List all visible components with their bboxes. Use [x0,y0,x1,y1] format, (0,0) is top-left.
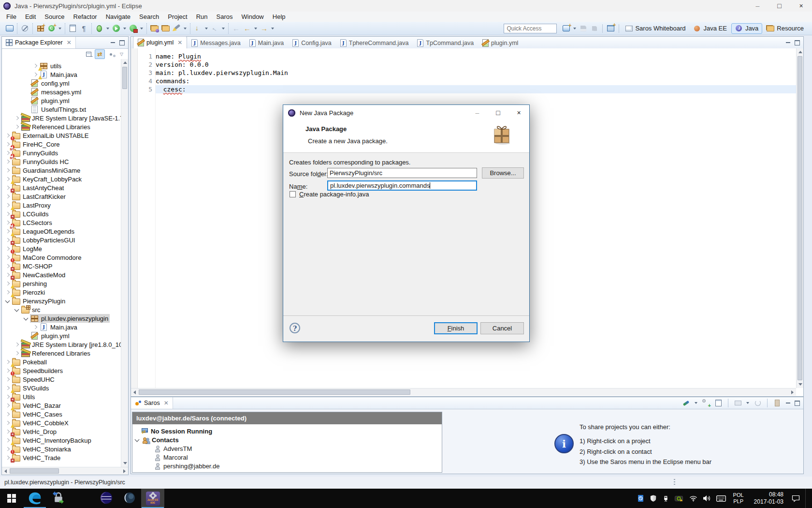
new-class-icon[interactable] [46,23,57,33]
close-icon[interactable]: ✕ [177,39,182,46]
save-icon[interactable] [578,23,588,33]
perspective-java-ee[interactable]: Java EE [690,24,730,33]
shield-tray-icon[interactable] [650,494,657,502]
collapse-all-icon[interactable] [84,50,93,59]
tree-item[interactable]: Pierozki [2,288,121,297]
tree-item[interactable]: pershing [2,279,121,288]
saros-contacts-node[interactable]: Contacts [132,435,442,444]
dropdown-caret-icon[interactable] [140,28,143,30]
collapsed-twisty-icon[interactable] [4,193,12,200]
tree-item[interactable]: ×LastAntyCheat [2,183,121,192]
nvidia-tray-icon[interactable]: ! [675,495,684,502]
action-center-icon[interactable] [792,495,800,502]
start-button[interactable] [0,489,23,508]
contact-item[interactable]: Marcoral [132,453,442,462]
editor-tab-Messages.java[interactable]: JMessages.java [187,37,245,48]
perspective-resource[interactable]: Resource [763,24,807,33]
taskbar-clock[interactable]: 08:48 2017-01-03 [751,491,786,506]
tree-item[interactable]: JMain.java [2,323,121,331]
tree-item[interactable]: Referenced Libraries [2,122,121,131]
menu-help[interactable]: Help [268,12,290,21]
tree-item[interactable]: VetHC_InventoryBackup [2,436,121,445]
tree-item[interactable]: !FireHC_Core [2,140,121,149]
dropdown-caret-icon[interactable] [106,28,109,30]
menu-window[interactable]: Window [237,12,268,21]
help-button[interactable]: ? [290,323,300,333]
saros-minimize-button[interactable] [784,399,792,407]
tree-item[interactable]: src [2,305,121,314]
tree-item[interactable]: ×LobbyParticlesGUI [2,236,121,244]
focus-icon[interactable] [106,50,116,59]
editor-tab-TpCommand.java[interactable]: JTpCommand.java [413,37,478,48]
quick-access-input[interactable] [504,24,557,33]
dropdown-caret-icon[interactable] [573,28,576,30]
dropdown-caret-icon[interactable] [205,28,208,30]
minimize-button[interactable]: – [747,0,768,12]
tree-item[interactable]: !LCSectors [2,218,121,227]
tree-item[interactable]: ×VetHC_Trade [2,453,121,462]
tree-item[interactable]: JRE System Library [jre1.8.0_101] [2,340,121,349]
pilcrow-icon[interactable] [79,23,89,33]
tree-item[interactable]: ×Utils [2,392,121,401]
usb-tray-icon[interactable] [662,494,669,502]
taskbar-app-javaee[interactable]: Java EEIDE [141,489,164,508]
expanded-twisty-icon[interactable] [13,306,21,314]
dropdown-caret-icon[interactable] [58,28,61,30]
menu-edit[interactable]: Edit [21,12,40,21]
saros-session-status[interactable]: No Session Running [132,427,442,435]
close-icon[interactable]: ✕ [67,39,72,46]
tree-item[interactable]: messages.yml [2,88,121,96]
editor-vertical-scrollbar[interactable] [796,48,803,388]
tree-item[interactable]: ×MC-SHOP [2,262,121,270]
tree-item[interactable]: utils [2,61,121,70]
keyboard-tray-icon[interactable] [716,495,726,502]
collapsed-twisty-icon[interactable] [4,410,12,418]
open-perspective-icon[interactable] [606,23,616,33]
view-minimize-button[interactable] [109,39,116,46]
flashlight-icon[interactable] [172,23,182,33]
tree-item[interactable]: !MFunnyGuilds [2,149,121,157]
dropdown-caret-icon[interactable] [695,402,697,404]
language-indicator[interactable]: POL PLP [731,492,746,505]
explorer-vertical-scrollbar[interactable] [121,59,128,467]
tree-item[interactable]: Pokeball [2,358,121,366]
tree-item[interactable]: LastProxy [2,201,121,209]
perspective-saros-whiteboard[interactable]: Saros Whiteboard [622,24,689,33]
collapsed-twisty-icon[interactable] [31,323,39,331]
create-package-info-checkbox[interactable] [290,191,296,197]
tree-item[interactable]: GuardiansMiniGame [2,166,121,175]
new-wizard-icon[interactable] [4,23,14,33]
open-folder-icon[interactable] [160,23,171,33]
collapsed-twisty-icon[interactable] [13,341,21,348]
editor-tab-plugin.yml[interactable]: plugin.yml✕ [133,36,187,49]
debug-icon[interactable] [94,23,104,33]
tree-item[interactable]: !ExternalLib UNSTABLE [2,131,121,140]
tree-item[interactable]: VetHC_Bazar [2,401,121,410]
wifi-tray-icon[interactable] [689,495,697,502]
door-gray-icon[interactable] [772,398,782,408]
tree-item[interactable]: ×LCGuilds [2,209,121,218]
tree-item[interactable]: ×VetHc_Drop [2,427,121,436]
taskbar-app-crescent[interactable] [118,489,141,508]
view-menu-icon[interactable] [117,50,126,59]
new-file-icon[interactable] [561,23,571,33]
perspective-java[interactable]: Java [731,23,762,34]
dialog-close-button[interactable]: × [508,105,529,120]
collapsed-twisty-icon[interactable] [4,166,12,174]
expanded-twisty-icon[interactable] [4,297,12,305]
tree-item[interactable]: !Speedbuilders [2,366,121,375]
run-icon[interactable] [111,23,121,33]
skip-arrow-icon[interactable] [193,23,203,33]
tree-item[interactable]: config.yml [2,79,121,88]
explorer-horizontal-scrollbar[interactable] [2,467,128,475]
sync-gray-icon[interactable] [753,398,763,408]
save-all-icon[interactable] [589,23,599,33]
view-maximize-button[interactable] [118,39,126,46]
source-folder-input[interactable]: PierwszyPlugin/src [327,168,477,178]
tree-item[interactable]: LastCraftKicker [2,192,121,201]
tree-item[interactable]: MLeagueOfLegends [2,227,121,236]
collapsed-twisty-icon[interactable] [4,375,12,383]
collapsed-twisty-icon[interactable] [13,123,21,131]
new-package-icon[interactable] [35,23,45,33]
tab-saros[interactable]: Saros ✕ [131,397,173,409]
